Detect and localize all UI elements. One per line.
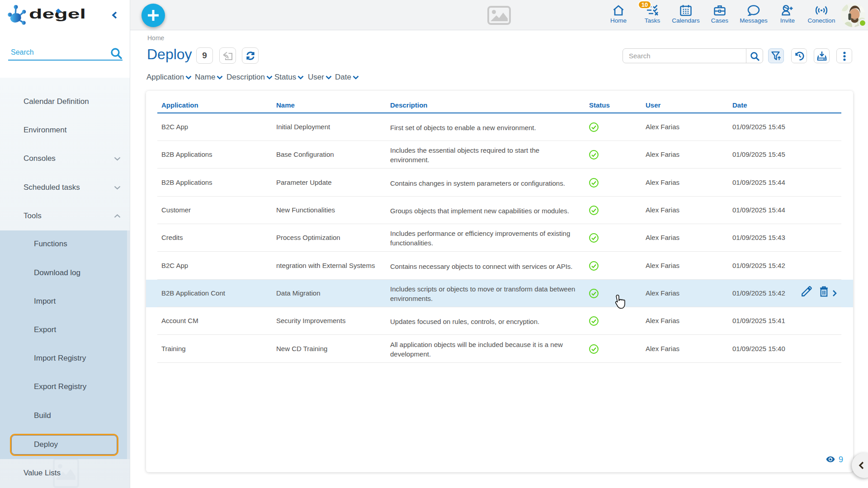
svg-text:degel: degel (29, 6, 86, 21)
